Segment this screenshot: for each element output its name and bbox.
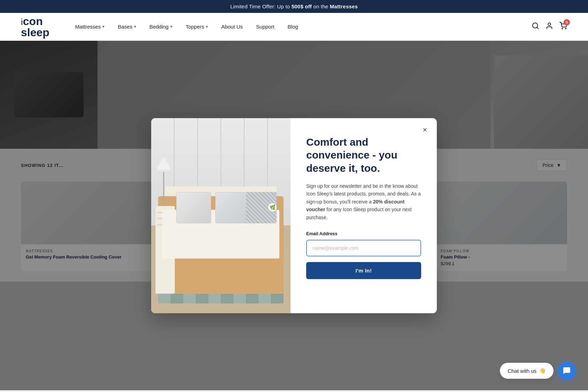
cart-icon[interactable]: 0 [559, 22, 567, 32]
page-background: SHOWING 12 IT... Price ▼ MATTRESSES Gel … [0, 41, 588, 390]
email-input[interactable] [306, 240, 421, 256]
chevron-down-icon: ▾ [206, 24, 208, 29]
nav-bases[interactable]: Bases ▾ [113, 20, 141, 33]
nav-blog[interactable]: Blog [283, 20, 303, 33]
newsletter-modal: 🌿 × Comfort and convenience - you deserv… [151, 118, 437, 313]
chat-bubble[interactable]: Chat with us 👋 [500, 363, 554, 379]
logo[interactable]: iconsleep [21, 16, 49, 38]
chat-icon [563, 367, 571, 375]
modal-close-button[interactable]: × [419, 124, 431, 136]
modal-title: Comfort and convenience - you deserve it… [306, 136, 421, 175]
chevron-down-icon: ▾ [134, 24, 136, 29]
svg-point-2 [548, 23, 550, 25]
svg-point-3 [562, 28, 563, 29]
email-label: Email Address [306, 231, 421, 236]
plant-decoration: 🌿 [268, 203, 277, 212]
banner-text-middle: on the [312, 3, 330, 9]
top-banner: Limited Time Offer: Up to 500$ off on th… [0, 0, 588, 13]
nav-about-us[interactable]: About Us [216, 20, 248, 33]
svg-line-1 [537, 27, 538, 29]
chevron-down-icon: ▾ [170, 24, 172, 29]
submit-button[interactable]: I'm In! [306, 262, 421, 279]
nav-bedding[interactable]: Bedding ▾ [145, 20, 177, 33]
header-actions: 0 [532, 22, 567, 32]
modal-overlay: 🌿 × Comfort and convenience - you deserv… [0, 41, 588, 390]
chat-wave-emoji: 👋 [539, 368, 546, 374]
pillow2-decoration [215, 192, 250, 223]
nav-toppers[interactable]: Toppers ▾ [181, 20, 213, 33]
banner-discount: 500$ off [292, 3, 312, 9]
chat-bubble-text: Chat with us [508, 368, 536, 374]
nav-support[interactable]: Support [251, 20, 279, 33]
modal-description: Sign up for our newsletter and be in the… [306, 182, 421, 221]
banner-text-prefix: Limited Time Offer: Up to [230, 3, 292, 9]
modal-image: 🌿 [151, 118, 291, 313]
lamp-decoration [158, 157, 169, 206]
main-nav: Mattresses ▾ Bases ▾ Bedding ▾ Toppers ▾… [70, 20, 532, 33]
pillow1-decoration [176, 192, 211, 223]
chevron-down-icon: ▾ [102, 24, 105, 29]
nav-mattresses[interactable]: Mattresses ▾ [70, 20, 109, 33]
svg-point-4 [565, 28, 566, 29]
search-icon[interactable] [532, 22, 539, 32]
logo-text: iconsleep [21, 16, 49, 38]
account-icon[interactable] [546, 22, 553, 32]
header: iconsleep Mattresses ▾ Bases ▾ Bedding ▾… [0, 13, 588, 41]
chat-open-button[interactable] [558, 362, 576, 380]
chat-widget: Chat with us 👋 [500, 362, 576, 380]
banner-highlight: Mattresses [330, 3, 358, 9]
modal-content: × Comfort and convenience - you deserve … [291, 118, 437, 313]
cart-badge: 0 [564, 19, 570, 25]
